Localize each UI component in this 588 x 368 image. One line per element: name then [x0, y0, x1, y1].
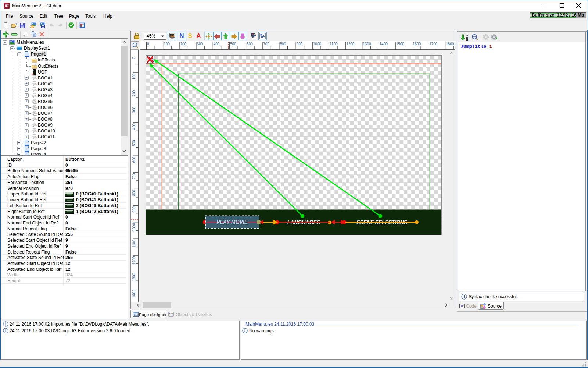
svg-text:700: 700 [263, 42, 269, 46]
svg-text:700: 700 [132, 173, 136, 179]
svg-text:1400: 1400 [132, 290, 136, 298]
svg-text:600: 600 [132, 156, 136, 163]
svg-text:1600: 1600 [413, 42, 421, 46]
svg-text:500: 500 [230, 42, 236, 46]
svg-text:1400: 1400 [380, 42, 388, 46]
svg-text:400: 400 [214, 42, 220, 46]
svg-text:800: 800 [132, 190, 136, 196]
svg-text:1200: 1200 [346, 42, 355, 46]
svg-text:100: 100 [132, 73, 136, 79]
svg-text:1000: 1000 [313, 42, 322, 46]
svg-text:300: 300 [132, 107, 136, 113]
svg-text:900: 900 [297, 42, 303, 46]
svg-text:800: 800 [280, 42, 286, 46]
svg-text:1000: 1000 [132, 223, 136, 231]
svg-text:0: 0 [147, 42, 149, 46]
svg-text:100: 100 [164, 42, 170, 46]
svg-text:1500: 1500 [396, 42, 405, 46]
svg-text:1200: 1200 [132, 256, 136, 265]
svg-text:1300: 1300 [132, 273, 136, 281]
svg-text:1100: 1100 [330, 42, 338, 46]
svg-text:500: 500 [132, 140, 136, 146]
svg-text:1100: 1100 [132, 240, 136, 248]
svg-text:1700: 1700 [429, 42, 438, 46]
svg-text:300: 300 [197, 42, 203, 46]
svg-text:1300: 1300 [363, 42, 371, 46]
svg-text:200: 200 [180, 42, 186, 46]
svg-text:400: 400 [132, 123, 136, 130]
svg-text:0: 0 [132, 57, 136, 59]
svg-text:01: 01 [466, 39, 469, 41]
svg-text:600: 600 [247, 42, 253, 46]
svg-text:1800: 1800 [446, 42, 454, 46]
svg-text:200: 200 [132, 90, 136, 96]
svg-text:900: 900 [132, 206, 136, 213]
